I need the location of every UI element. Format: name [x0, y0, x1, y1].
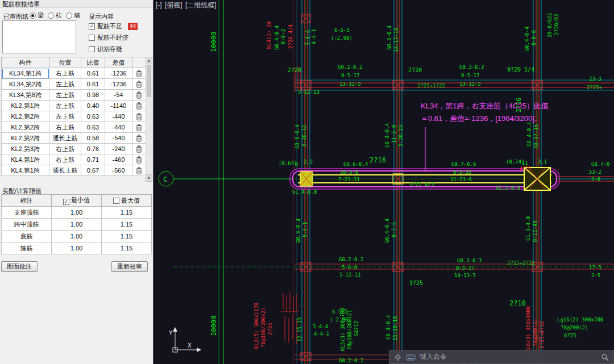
svg-text:KL6(3) 350x1000: KL6(3) 350x1000: [525, 306, 531, 352]
svg-text:13-12-5: 13-12-5: [339, 81, 361, 87]
radio-dot: [66, 12, 72, 19]
delete-icon[interactable]: [136, 91, 142, 99]
limits-max-header[interactable]: 最大值: [102, 195, 152, 207]
col-position[interactable]: 位置: [49, 57, 81, 68]
svg-text:16-5-0: 16-5-0: [340, 169, 359, 175]
table-row[interactable]: KL2,第3跨右上筋0.76-240: [2, 144, 146, 154]
cell-member[interactable]: KL34,第8跨: [2, 90, 49, 101]
cell-member[interactable]: KL34,第2跨: [2, 79, 49, 90]
scroll-thumb[interactable]: [147, 65, 151, 97]
svg-text:?8@100/200(2): ?8@100/200(2): [260, 308, 266, 348]
checkbox-配筋不经济[interactable]: 配筋不经济: [89, 34, 138, 42]
viewport-view-control[interactable]: [俯视]: [165, 1, 182, 9]
table-row[interactable]: KL34,第8跨左上筋0.98-54: [2, 90, 146, 101]
reviewed-sheet-list[interactable]: [2, 20, 76, 53]
delete-icon[interactable]: [136, 156, 142, 164]
cell-member[interactable]: KL2,第2跨: [2, 111, 49, 122]
checkbox-配筋不足[interactable]: 配筋不足44: [89, 22, 138, 31]
cad-drawing: C1000010000KL4(1) 24G0.4-0.40-0-22?20 4/…: [154, 0, 614, 364]
scroll-up-icon[interactable]: ▲: [146, 57, 152, 64]
svg-text:3.1: 3.1: [538, 159, 547, 165]
table-row[interactable]: KL2,第2跨右上筋0.63-440: [2, 122, 146, 133]
cell-delete[interactable]: [132, 133, 146, 144]
result-table-body: KL34,第1跨右上筋0.61-1236KL34,第2跨左上筋0.61-1236…: [2, 68, 146, 176]
scroll-down-icon[interactable]: ▼: [146, 174, 152, 181]
radio-墙[interactable]: 墙: [66, 11, 80, 20]
delete-icon[interactable]: [136, 145, 142, 153]
svg-text:G0.7-0: G0.7-0: [591, 161, 610, 167]
col-ratio[interactable]: 比值: [81, 57, 105, 68]
tooltip-line-2: ＝0.61，差值=-1236，[1964/3200]。: [421, 112, 549, 125]
svg-text:G0.4-0-4: G0.4-0-4: [524, 27, 530, 51]
table-row[interactable]: KL4,第1跨右上筋0.71-460: [2, 154, 146, 165]
svg-text:5-10-13: 5-10-13: [301, 125, 307, 147]
max-checkbox[interactable]: [113, 198, 119, 204]
search-icon[interactable]: [601, 353, 609, 361]
table-row[interactable]: KL4,第1跨通长上筋0.67-560: [2, 165, 146, 176]
limit-min[interactable]: 1.00: [52, 242, 102, 254]
delete-icon[interactable]: [136, 81, 142, 88]
limits-min-header[interactable]: 最小值: [52, 195, 102, 207]
cell-member[interactable]: KL34,第1跨: [2, 68, 49, 79]
svg-text:3?22 4/5: 3?22 4/5: [409, 182, 434, 187]
limit-min[interactable]: 1.00: [52, 219, 102, 231]
cell-delete[interactable]: [132, 165, 146, 176]
limit-max[interactable]: 1.15: [102, 231, 152, 242]
limit-max[interactable]: 1.15: [102, 219, 152, 231]
min-checkbox[interactable]: [63, 199, 69, 205]
limit-min[interactable]: 1.00: [52, 231, 102, 242]
table-row[interactable]: KL2,第2跨通长上筋0.58-540: [2, 133, 146, 144]
svg-text:0-5-17: 0-5-17: [341, 73, 360, 78]
limit-max[interactable]: 1.15: [102, 242, 152, 254]
customize-icon[interactable]: [394, 353, 402, 361]
cell-diff: -460: [105, 154, 132, 165]
cell-delete[interactable]: [132, 144, 146, 154]
cell-delete[interactable]: [132, 68, 146, 79]
limit-min[interactable]: 1.00: [52, 207, 102, 219]
table-row[interactable]: KL34,第1跨右上筋0.61-1236: [2, 68, 146, 79]
command-input[interactable]: 键入命令: [420, 352, 597, 362]
col-diff[interactable]: 差值: [105, 57, 132, 68]
cell-delete[interactable]: [132, 79, 146, 90]
viewport-minimize-control[interactable]: [-]: [156, 1, 162, 9]
delete-icon[interactable]: [136, 102, 142, 110]
cell-member[interactable]: KL2,第2跨: [2, 122, 49, 133]
svg-text:0-11-48: 0-11-48: [532, 220, 538, 242]
cell-member[interactable]: KL4,第1跨: [2, 154, 49, 165]
cell-delete[interactable]: [132, 111, 146, 122]
delete-icon[interactable]: [136, 167, 142, 174]
cell-delete[interactable]: [132, 101, 146, 111]
checkbox-识别存疑[interactable]: 识别存疑: [89, 45, 138, 53]
col-member[interactable]: 构件: [2, 57, 49, 68]
cell-delete[interactable]: [132, 122, 146, 133]
delete-icon[interactable]: [136, 113, 142, 120]
annotate-drawing-button[interactable]: 图面批注: [1, 261, 38, 272]
table-row[interactable]: KL34,第2跨左上筋0.61-1236: [2, 79, 146, 90]
radio-柱[interactable]: 柱: [48, 11, 62, 20]
keyboard-icon: [406, 353, 416, 361]
cell-member[interactable]: KL2,第2跨: [2, 133, 49, 144]
table-scrollbar[interactable]: ▲ ▼: [146, 57, 152, 182]
cad-viewport[interactable]: C1000010000KL4(1) 24G0.4-0.40-0-22?20 4/…: [154, 0, 614, 364]
recheck-button[interactable]: 重新校审: [111, 261, 148, 272]
limit-row: 箍筋1.001.15: [2, 242, 152, 254]
table-row[interactable]: KL2,第1跨左上筋0.40-1140: [2, 101, 146, 111]
cell-member[interactable]: KL2,第3跨: [2, 144, 49, 154]
cell-delete[interactable]: [132, 154, 146, 165]
cell-member[interactable]: KL2,第1跨: [2, 101, 49, 111]
cell-diff: -54: [105, 90, 132, 101]
svg-text:5-0-0: 5-0-0: [342, 265, 357, 270]
radio-梁[interactable]: 梁: [30, 11, 44, 20]
limit-max[interactable]: 1.15: [102, 207, 152, 219]
cell-delete[interactable]: [132, 90, 146, 101]
delete-icon[interactable]: [136, 135, 142, 142]
svg-text:3?25: 3?25: [409, 280, 423, 286]
svg-text:5-10-13: 5-10-13: [398, 125, 404, 147]
table-row[interactable]: KL2,第2跨左上筋0.63-440: [2, 111, 146, 122]
svg-text:G4?12: G4?12: [354, 321, 359, 336]
delete-icon[interactable]: [136, 124, 142, 131]
viewport-visual-style-control[interactable]: [二维线框]: [185, 1, 217, 9]
delete-icon[interactable]: [136, 70, 142, 77]
command-bar[interactable]: 键入命令: [389, 350, 614, 364]
cell-member[interactable]: KL4,第1跨: [2, 165, 49, 176]
